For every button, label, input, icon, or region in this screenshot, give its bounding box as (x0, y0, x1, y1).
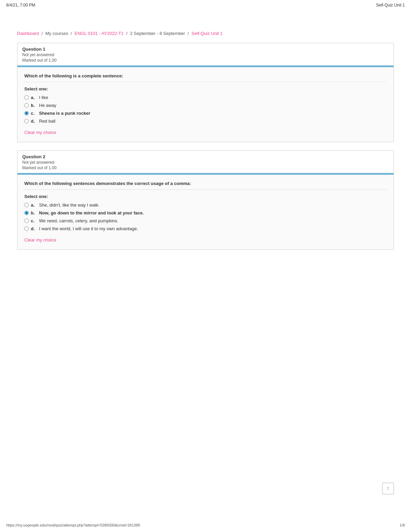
question-1-card: Question 1 Not yet answered Marked out o… (17, 43, 394, 142)
question-1-meta1: Not yet answered (22, 52, 389, 57)
question-1-header: Question 1 Not yet answered Marked out o… (17, 43, 394, 65)
q1-label-c[interactable]: c. Sheena is a punk rocker (31, 111, 90, 116)
question-2-card: Question 2 Not yet answered Marked out o… (17, 150, 394, 250)
question-2-text: Which of the following sentences demonst… (24, 181, 387, 190)
q1-radio-c[interactable] (24, 111, 29, 115)
q2-label-c[interactable]: c. We need, carrots, celery, and pumpkin… (31, 218, 118, 223)
q2-label-a[interactable]: a. She, didn't, like the way I walk. (31, 202, 100, 208)
breadcrumb-dashboard[interactable]: Dashboard (17, 31, 39, 36)
q1-radio-d[interactable] (24, 119, 29, 123)
q2-radio-d[interactable] (24, 226, 29, 231)
q1-label-a[interactable]: a. I like (31, 95, 48, 100)
question-2-select-label: Select one: (24, 194, 387, 199)
q2-option-d[interactable]: d. I want the world, I will use it to my… (24, 226, 387, 231)
breadcrumb-section: 2 September - 8 September (130, 31, 185, 36)
q1-option-b[interactable]: b. He away (24, 103, 387, 108)
q2-radio-c[interactable] (24, 219, 29, 223)
question-1-body: Which of the following is a complete sen… (17, 67, 394, 142)
q1-radio-b[interactable] (24, 103, 29, 108)
breadcrumb-course[interactable]: ENGL 0101 - AY2022-T1 (75, 31, 124, 36)
q2-option-a[interactable]: a. She, didn't, like the way I walk. (24, 202, 387, 208)
q2-option-b[interactable]: b. Now, go down to the mirror and look a… (24, 210, 387, 215)
q1-clear-choice[interactable]: Clear my choice (24, 130, 56, 135)
question-2-meta2: Marked out of 1.00 (22, 165, 389, 170)
q1-label-d[interactable]: d. Red ball (31, 119, 55, 124)
q2-radio-a[interactable] (24, 203, 29, 207)
q2-clear-choice[interactable]: Clear my choice (24, 237, 56, 243)
top-bar: 8/4/21, 7:00 PM Self-Quiz Unit 1 (0, 0, 411, 10)
q2-option-c[interactable]: c. We need, carrots, celery, and pumpkin… (24, 218, 387, 223)
q1-radio-a[interactable] (24, 95, 29, 100)
question-2-meta1: Not yet answered (22, 160, 389, 165)
footer-page: 1/8 (400, 523, 405, 527)
q1-option-a[interactable]: a. I like (24, 95, 387, 100)
question-1-select-label: Select one: (24, 86, 387, 91)
breadcrumb-mycourses: My courses (45, 31, 68, 36)
q1-option-d[interactable]: d. Red ball (24, 119, 387, 124)
page-title: Self-Quiz Unit 1 (376, 3, 405, 8)
question-1-title: Question 1 (22, 47, 389, 52)
datetime-label: 8/4/21, 7:00 PM (6, 3, 35, 8)
q2-label-d[interactable]: d. I want the world, I will use it to my… (31, 226, 138, 231)
breadcrumb-quiz[interactable]: Self-Quiz Unit 1 (191, 31, 223, 36)
q1-option-c[interactable]: c. Sheena is a punk rocker (24, 111, 387, 116)
scroll-to-top-button[interactable] (382, 483, 394, 494)
question-2-title: Question 2 (22, 154, 389, 159)
question-2-header: Question 2 Not yet answered Marked out o… (17, 151, 394, 173)
question-1-text: Which of the following is a complete sen… (24, 73, 387, 82)
q2-radio-b[interactable] (24, 211, 29, 215)
breadcrumb: Dashboard / My courses / ENGL 0101 - AY2… (0, 10, 411, 39)
question-2-body: Which of the following sentences demonst… (17, 175, 394, 249)
footer-url: https://my.uopeople.edu/mod/quiz/attempt… (6, 523, 140, 527)
q1-label-b[interactable]: b. He away (31, 103, 57, 108)
q2-label-b[interactable]: b. Now, go down to the mirror and look a… (31, 210, 144, 215)
question-1-meta2: Marked out of 1.00 (22, 58, 389, 63)
